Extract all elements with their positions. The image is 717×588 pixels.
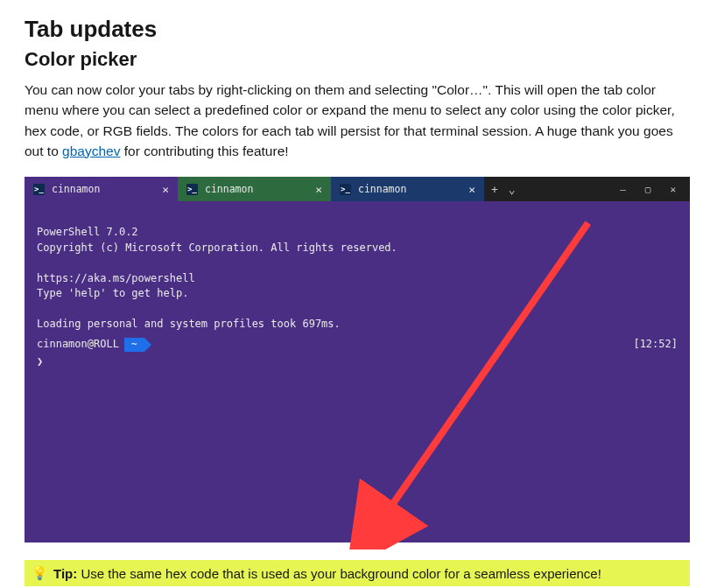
terminal-tab-1[interactable]: >_ cinnamon ×: [25, 177, 178, 201]
close-icon[interactable]: ×: [162, 183, 169, 196]
terminal-tabbar: >_ cinnamon × >_ cinnamon × >_ cinnamon …: [25, 177, 690, 201]
contributor-link[interactable]: gbaychev: [62, 144, 120, 158]
prompt-time: [12:52]: [633, 337, 678, 352]
terminal-body: PowerShell 7.0.2 Copyright (c) Microsoft…: [25, 201, 690, 542]
tab-title: cinnamon: [52, 183, 155, 195]
maximize-button[interactable]: ▢: [645, 184, 651, 195]
tab-title: cinnamon: [358, 183, 461, 195]
terminal-line: Loading personal and system profiles too…: [37, 318, 341, 330]
section-heading-color-picker: Color picker: [25, 48, 692, 71]
terminal-tab-2[interactable]: >_ cinnamon ×: [178, 177, 331, 201]
lightbulb-icon: 💡: [32, 565, 48, 581]
powershell-icon: >_: [33, 184, 45, 195]
intro-text-post: for contributing this feature!: [120, 144, 288, 158]
prompt-caret: ❯: [37, 354, 678, 369]
terminal-line: Type 'help' to get help.: [37, 287, 188, 299]
tab-dropdown-icon[interactable]: ⌄: [509, 183, 516, 196]
terminal-line: Copyright (c) Microsoft Corporation. All…: [37, 242, 397, 254]
terminal-line: https://aka.ms/powershell: [37, 272, 195, 284]
tip-text: Use the same hex code that is used as yo…: [77, 566, 601, 581]
section-heading-tab-updates: Tab updates: [25, 16, 692, 43]
new-tab-button[interactable]: +: [491, 183, 498, 196]
tip-callout: 💡 Tip: Use the same hex code that is use…: [25, 560, 690, 586]
prompt-host: cinnamon@ROLL: [37, 337, 119, 352]
prompt-row: cinnamon@ROLL~[12:52]: [37, 337, 678, 352]
powershell-icon: >_: [186, 184, 198, 195]
close-icon[interactable]: ×: [468, 183, 475, 196]
tip-label: Tip:: [53, 566, 77, 581]
minimize-button[interactable]: —: [620, 184, 626, 195]
intro-paragraph: You can now color your tabs by right-cli…: [25, 80, 692, 161]
close-icon[interactable]: ×: [315, 183, 322, 196]
tab-title: cinnamon: [205, 183, 308, 195]
close-window-button[interactable]: ✕: [670, 184, 676, 195]
terminal-screenshot: >_ cinnamon × >_ cinnamon × >_ cinnamon …: [25, 177, 690, 542]
terminal-line: PowerShell 7.0.2: [37, 226, 138, 238]
prompt-path-segment: ~: [124, 338, 144, 352]
powershell-icon: >_: [340, 184, 351, 195]
terminal-tab-3[interactable]: >_ cinnamon ×: [331, 177, 484, 201]
